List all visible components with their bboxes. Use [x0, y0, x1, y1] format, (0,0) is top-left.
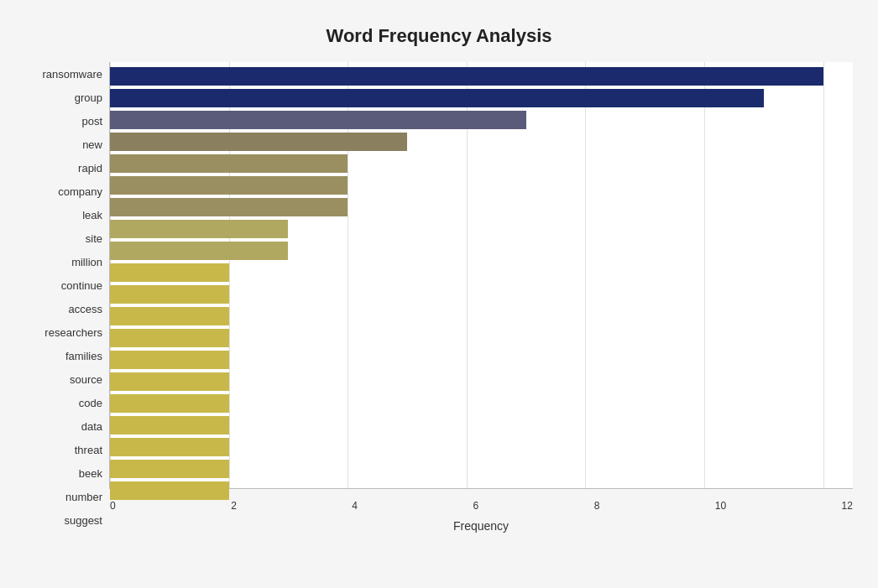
y-label: access: [69, 304, 102, 315]
bar: [110, 438, 229, 456]
bar-row: [110, 65, 853, 87]
bar: [110, 351, 229, 369]
x-tick-label: 6: [473, 500, 478, 512]
bar: [110, 263, 229, 282]
y-label: post: [81, 116, 102, 127]
plot-area: 024681012: [109, 62, 853, 489]
bar-row: [110, 393, 853, 414]
bar: [110, 198, 348, 216]
y-label: threat: [75, 445, 102, 455]
bar: [110, 154, 348, 173]
x-tick-label: 2: [231, 500, 237, 512]
bar: [110, 220, 288, 238]
x-tick-label: 4: [352, 500, 358, 512]
bar-row: [110, 174, 853, 196]
bar: [110, 285, 229, 304]
bar: [110, 307, 229, 325]
bar-row: [110, 414, 853, 436]
bar: [110, 416, 229, 434]
y-label: researchers: [44, 327, 102, 338]
y-label: ransomware: [42, 69, 102, 80]
bar-row: [110, 284, 853, 305]
bar-row: [110, 262, 853, 284]
bar: [110, 89, 764, 107]
y-label: source: [70, 374, 102, 385]
bar-row: [110, 240, 853, 262]
y-label: new: [82, 139, 102, 150]
chart-title: Word Frequency Analysis: [25, 25, 853, 47]
bar-row: [110, 371, 853, 393]
chart-area: ransomwaregrouppostnewrapidcompanyleaksi…: [25, 62, 853, 533]
bar-row: [110, 436, 853, 458]
y-label: data: [81, 421, 102, 432]
bar-row: [110, 87, 853, 109]
bar-row: [110, 480, 853, 502]
bar-row: [110, 218, 853, 240]
bar-row: [110, 458, 853, 480]
x-tick-label: 12: [842, 500, 853, 512]
y-label: suggest: [64, 515, 102, 526]
bar: [110, 242, 288, 260]
bar: [110, 111, 526, 129]
bar-row: [110, 153, 853, 174]
bar: [110, 372, 229, 391]
bar-row: [110, 109, 853, 131]
bar: [110, 176, 348, 195]
x-tick-label: 10: [715, 500, 726, 512]
x-axis-title: Frequency: [109, 519, 853, 533]
y-label: group: [75, 92, 102, 103]
y-label: million: [71, 257, 102, 268]
y-label: rapid: [78, 163, 102, 174]
y-label: families: [65, 351, 102, 362]
bar: [110, 67, 823, 86]
bar: [110, 460, 229, 478]
x-tick-label: 8: [594, 500, 600, 512]
bar: [110, 329, 229, 347]
bar-row: [110, 349, 853, 371]
bar-row: [110, 131, 853, 153]
x-tick-label: 0: [110, 500, 116, 512]
x-axis-labels: 024681012: [110, 500, 853, 512]
y-label: leak: [82, 210, 102, 221]
bar-row: [110, 196, 853, 218]
y-label: code: [79, 398, 102, 408]
bar: [110, 481, 229, 500]
y-label: site: [86, 233, 102, 244]
bar-row: [110, 327, 853, 349]
y-label: beek: [79, 468, 102, 479]
y-axis: ransomwaregrouppostnewrapidcompanyleaksi…: [25, 62, 109, 533]
chart-container: Word Frequency Analysis ransomwaregroupp…: [8, 8, 870, 588]
y-label: continue: [61, 280, 102, 291]
y-label: company: [58, 186, 102, 197]
bar-row: [110, 305, 853, 327]
bar: [110, 133, 407, 151]
bars-container: [110, 62, 853, 488]
y-label: number: [65, 492, 102, 502]
bar: [110, 394, 229, 413]
